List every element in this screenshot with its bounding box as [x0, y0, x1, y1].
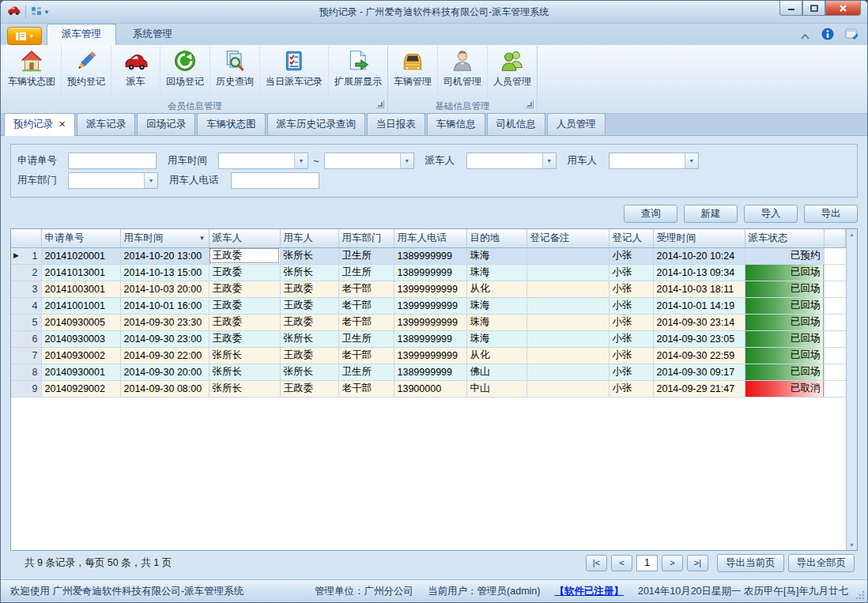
table-row[interactable]: ▶8 20140930001 2014-09-30 20:00 张所长 张所长 …: [11, 364, 846, 380]
cell-dispatcher[interactable]: 王政委: [209, 330, 280, 347]
cell-order-no[interactable]: 20140930001: [41, 364, 120, 380]
cell-dept[interactable]: 老干部: [338, 380, 394, 397]
cell-remark[interactable]: [526, 314, 609, 330]
row-header-cell[interactable]: ▶8: [11, 364, 41, 380]
table-row[interactable]: ▶1 20141020001 2014-10-20 13:00 王政委 张所长 …: [11, 247, 846, 264]
ribbon-button-return-register[interactable]: 回场登记: [160, 46, 210, 98]
cell-remark[interactable]: [526, 330, 609, 347]
use-time-from-dropdown[interactable]: ▼: [218, 153, 308, 169]
collapse-ribbon-icon[interactable]: [800, 28, 810, 43]
cell-use-time[interactable]: 2014-09-30 08:00: [120, 380, 209, 397]
grid-column-header[interactable]: 用车人电话▼: [394, 229, 466, 247]
cell-destination[interactable]: 珠海: [466, 247, 526, 264]
row-header-cell[interactable]: ▶5: [11, 314, 41, 330]
table-row[interactable]: ▶9 20140929002 2014-09-30 08:00 张所长 王政委 …: [11, 380, 846, 397]
minimize-button[interactable]: [779, 1, 802, 16]
cell-accept-time[interactable]: 2014-10-01 14:19: [653, 297, 745, 314]
cell-destination[interactable]: 佛山: [466, 364, 526, 380]
cell-accept-time[interactable]: 2014-09-30 09:17: [653, 364, 745, 380]
document-tab[interactable]: 回场记录 ✕: [137, 113, 195, 135]
cell-phone[interactable]: 1389999999: [394, 247, 466, 264]
cell-remark[interactable]: [526, 247, 609, 264]
dropdown-arrow-icon[interactable]: ▼: [542, 153, 556, 168]
ribbon-button-extended-screen[interactable]: 扩展屏显示: [329, 46, 387, 98]
export-current-page-button[interactable]: 导出当前页: [717, 554, 784, 572]
cell-phone[interactable]: 1389999999: [394, 264, 466, 281]
document-tab[interactable]: 当日报表 ✕: [367, 113, 425, 135]
action-button[interactable]: 新建: [684, 205, 738, 223]
page-number-input[interactable]: [636, 555, 658, 571]
cell-use-time[interactable]: 2014-10-20 13:00: [120, 247, 209, 264]
cell-destination[interactable]: 珠海: [466, 264, 526, 281]
cell-order-no[interactable]: 20141003001: [41, 281, 120, 297]
cell-order-no[interactable]: 20141001001: [41, 297, 120, 314]
cell-destination[interactable]: 从化: [466, 347, 526, 364]
cell-use-time[interactable]: 2014-09-30 22:00: [120, 347, 209, 364]
grid-column-header[interactable]: ▼: [824, 229, 846, 247]
cell-phone[interactable]: 1389999999: [394, 364, 466, 380]
cell-dept[interactable]: 老干部: [338, 281, 394, 297]
dropdown-arrow-icon[interactable]: ▼: [400, 153, 413, 168]
ribbon-button-today-dispatch-records[interactable]: 当日派车记录: [260, 46, 329, 98]
last-page-button[interactable]: >|: [687, 555, 708, 571]
cell-registrar[interactable]: 小张: [609, 347, 653, 364]
cell-dispatcher[interactable]: 张所长: [209, 380, 280, 397]
use-time-to-dropdown[interactable]: ▼: [324, 153, 414, 169]
cell-remark[interactable]: [526, 264, 609, 281]
cell-dispatch-status[interactable]: 已回场: [745, 297, 824, 314]
row-header-cell[interactable]: ▶4: [11, 297, 41, 314]
cell-user[interactable]: 王政委: [280, 347, 338, 364]
cell-remark[interactable]: [526, 380, 609, 397]
cell-accept-time[interactable]: 2014-09-30 23:05: [653, 330, 745, 347]
cell-accept-time[interactable]: 2014-10-13 09:34: [653, 264, 745, 281]
cell-order-no[interactable]: 20140930003: [41, 330, 120, 347]
phone-input[interactable]: [231, 172, 319, 189]
cell-accept-time[interactable]: 2014-09-30 22:59: [653, 347, 745, 364]
document-tab[interactable]: 派车记录 ✕: [77, 113, 135, 135]
cell-dispatcher[interactable]: 王政委: [209, 264, 280, 281]
document-tab[interactable]: 预约记录 ✕: [4, 113, 75, 136]
cell-destination[interactable]: 珠海: [466, 330, 526, 347]
user-dropdown[interactable]: ▼: [609, 153, 699, 169]
cell-registrar[interactable]: 小张: [609, 330, 653, 347]
row-header-cell[interactable]: ▶2: [11, 264, 41, 281]
cell-phone[interactable]: 13999999999: [394, 281, 466, 297]
row-header-cell[interactable]: ▶6: [11, 330, 41, 347]
grid-column-header[interactable]: 目的地▼: [466, 229, 526, 247]
document-tab[interactable]: 车辆信息 ✕: [427, 113, 485, 135]
application-menu-button[interactable]: ▼: [7, 27, 42, 45]
dropdown-arrow-icon[interactable]: ▼: [685, 153, 698, 168]
cell-registrar[interactable]: 小张: [609, 247, 653, 264]
cell-phone[interactable]: 13999999999: [394, 347, 466, 364]
grid-column-header[interactable]: ▼: [11, 229, 41, 247]
dispatcher-dropdown[interactable]: ▼: [466, 153, 557, 169]
cell-dispatcher[interactable]: 王政委: [209, 247, 280, 264]
cell-remark[interactable]: [526, 297, 609, 314]
ribbon-button-vehicle-status-map[interactable]: 车辆状态图: [2, 46, 62, 98]
cell-use-time[interactable]: 2014-10-01 16:00: [120, 297, 209, 314]
cell-user[interactable]: 张所长: [280, 264, 338, 281]
cell-use-time[interactable]: 2014-09-30 23:30: [120, 314, 209, 330]
cell-dispatch-status[interactable]: 已预约: [745, 247, 824, 264]
document-tab[interactable]: 派车历史记录查询 ✕: [267, 113, 365, 135]
cell-dept[interactable]: 卫生所: [338, 264, 394, 281]
first-page-button[interactable]: |<: [586, 555, 607, 571]
table-row[interactable]: ▶7 20140930002 2014-09-30 22:00 张所长 王政委 …: [11, 347, 846, 364]
quick-access-toolbar-icon[interactable]: ▼: [31, 6, 50, 17]
cell-dispatcher[interactable]: 王政委: [209, 314, 280, 330]
cell-dispatch-status[interactable]: 已回场: [745, 281, 824, 297]
grid-column-header[interactable]: 登记备注▼: [526, 229, 609, 247]
row-header-cell[interactable]: ▶7: [11, 347, 41, 364]
cell-dispatcher[interactable]: 王政委: [209, 281, 280, 297]
skin-window-icon[interactable]: [845, 28, 859, 43]
cell-registrar[interactable]: 小张: [609, 297, 653, 314]
cell-destination[interactable]: 中山: [466, 380, 526, 397]
cell-dept[interactable]: 老干部: [338, 347, 394, 364]
table-row[interactable]: ▶2 20141013001 2014-10-13 15:00 王政委 张所长 …: [11, 264, 846, 281]
cell-dept[interactable]: 老干部: [338, 297, 394, 314]
cell-registrar[interactable]: 小张: [609, 314, 653, 330]
grid-column-header[interactable]: 用车时间▼: [120, 229, 209, 247]
cell-user[interactable]: 张所长: [280, 330, 338, 347]
ribbon-button-reservation-register[interactable]: 预约登记: [62, 46, 111, 98]
cell-order-no[interactable]: 20140930002: [41, 347, 120, 364]
